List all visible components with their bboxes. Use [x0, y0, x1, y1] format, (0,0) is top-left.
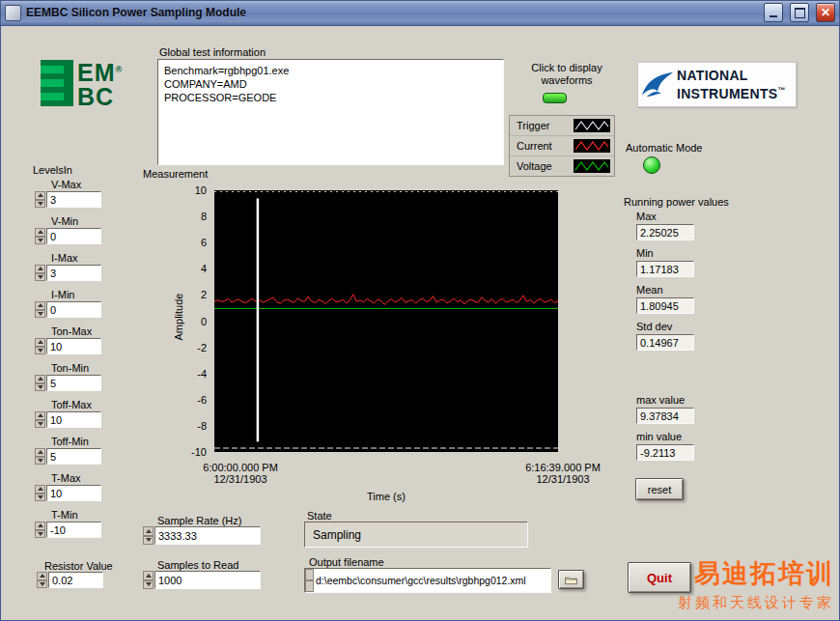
legend-waveform-sample[interactable]: [574, 119, 610, 132]
spinner-up-button[interactable]: [35, 448, 45, 457]
level-spinner[interactable]: [35, 375, 45, 391]
stat-label: Std dev: [636, 321, 694, 332]
spinner-up-button[interactable]: [35, 338, 45, 347]
spinner-up-button[interactable]: [143, 571, 154, 580]
samples-to-read-control: [143, 571, 261, 589]
level-spinner[interactable]: [35, 448, 45, 465]
level-spinner[interactable]: [35, 191, 45, 208]
level-spinner[interactable]: [35, 522, 45, 538]
stat-value: -9.2113: [636, 444, 694, 461]
spinner-down-button[interactable]: [35, 273, 45, 282]
level-input[interactable]: [46, 265, 101, 281]
level-input[interactable]: [46, 191, 101, 208]
level-control-toff-max: Toff-Max: [35, 399, 112, 428]
spinner-up-button[interactable]: [35, 265, 45, 273]
legend-item-trigger[interactable]: Trigger: [510, 116, 614, 136]
stat-value: 9.37834: [636, 408, 694, 424]
sample-rate-spinner[interactable]: [143, 526, 154, 545]
stat-std-dev: Std dev 0.14967: [624, 321, 694, 351]
level-control-v-max: V-Max: [35, 179, 112, 208]
browse-folder-button[interactable]: [558, 570, 584, 589]
resistor-value-input[interactable]: [48, 572, 103, 588]
level-input[interactable]: [46, 485, 101, 501]
spinner-up-button[interactable]: [37, 572, 47, 580]
level-label: Toff-Min: [51, 436, 112, 447]
level-control-ton-min: Ton-Min: [35, 362, 112, 391]
level-control-t-min: T-Min: [35, 509, 112, 538]
ni-logo-text: NATIONAL INSTRUMENTS™: [677, 69, 786, 101]
level-input[interactable]: [46, 338, 101, 354]
global-test-info-line: Benchmark=rgbhpg01.exe: [164, 64, 497, 77]
level-input[interactable]: [46, 375, 101, 391]
spinner-down-button[interactable]: [143, 580, 154, 590]
legend-item-voltage[interactable]: Voltage: [510, 156, 614, 176]
spinner-down-button[interactable]: [35, 383, 45, 392]
level-label: T-Max: [51, 472, 112, 484]
spinner-down-button[interactable]: [35, 457, 45, 466]
stat-max-value: max value 9.37834: [624, 394, 694, 424]
level-input[interactable]: [46, 301, 101, 318]
title-bar[interactable]: EEMBC Silicon Power Sampling Module ✕: [0, 0, 840, 26]
spinner-up-button[interactable]: [35, 522, 45, 530]
spinner-down-button[interactable]: [35, 347, 45, 355]
spinner-down-button[interactable]: [35, 530, 45, 539]
maximize-button[interactable]: [790, 3, 809, 22]
spinner-up-button[interactable]: [35, 301, 45, 310]
samples-to-read-spinner[interactable]: [143, 571, 154, 589]
level-spinner[interactable]: [35, 338, 45, 354]
close-icon: ✕: [821, 7, 830, 18]
y-tick-label: 4: [149, 263, 207, 274]
stat-label: max value: [636, 394, 694, 406]
spinner-down-button[interactable]: [35, 494, 45, 502]
level-spinner[interactable]: [35, 301, 45, 318]
sample-rate-control: [143, 526, 261, 545]
spinner-up-button[interactable]: [35, 375, 45, 383]
running-power-stats: Max 2.25025 Min 1.17183 Mean 1.80945 Std…: [624, 211, 694, 357]
eembc-logo-mark: [41, 60, 73, 106]
sample-rate-input[interactable]: [154, 526, 261, 545]
y-tick-label: -10: [149, 446, 207, 458]
spinner-up-button[interactable]: [35, 485, 45, 494]
national-instruments-logo: NATIONAL INSTRUMENTS™: [637, 62, 797, 107]
samples-to-read-input[interactable]: [154, 571, 261, 589]
level-label: Ton-Max: [51, 325, 112, 337]
spinner-up-button[interactable]: [35, 228, 45, 237]
spinner-down-button[interactable]: [35, 420, 45, 429]
level-spinner[interactable]: [35, 411, 45, 428]
stat-label: min value: [636, 431, 694, 442]
window-icon: [5, 5, 21, 21]
legend-waveform-sample[interactable]: [574, 139, 610, 153]
spinner-down-button[interactable]: [35, 310, 45, 319]
global-test-info-box[interactable]: Benchmark=rgbhpg01.exe COMPANY=AMD PROCE…: [157, 59, 504, 165]
text-scrollbar[interactable]: [305, 569, 314, 592]
minimize-button[interactable]: [764, 3, 783, 22]
sample-rate-label: Sample Rate (Hz): [157, 515, 241, 526]
level-input[interactable]: [46, 448, 101, 465]
output-filename-field[interactable]: d:\eembc\consumer\gcc\results\rgbhpg012.…: [304, 568, 551, 593]
waveform-display-led-button[interactable]: [543, 93, 567, 103]
quit-button[interactable]: Quit: [628, 562, 691, 593]
spinner-down-button[interactable]: [37, 580, 47, 589]
eembc-logo: EM® BC: [41, 56, 141, 112]
spinner-up-button[interactable]: [35, 411, 45, 420]
spinner-down-button[interactable]: [143, 536, 154, 546]
level-spinner[interactable]: [35, 228, 45, 244]
spinner-down-button[interactable]: [35, 237, 45, 245]
measurement-plot-area: [214, 190, 558, 452]
level-control-i-max: I-Max: [35, 252, 112, 281]
spinner-down-button[interactable]: [35, 200, 45, 209]
level-spinner[interactable]: [35, 485, 45, 501]
legend-waveform-sample[interactable]: [574, 159, 610, 173]
spinner-up-button[interactable]: [35, 191, 45, 200]
resistor-spinner[interactable]: [37, 572, 47, 588]
close-button[interactable]: ✕: [816, 3, 835, 22]
reset-button[interactable]: reset: [635, 478, 684, 500]
level-label: V-Min: [51, 215, 112, 227]
window-title: EEMBC Silicon Power Sampling Module: [26, 6, 757, 19]
spinner-up-button[interactable]: [143, 526, 154, 536]
level-input[interactable]: [46, 522, 101, 538]
level-spinner[interactable]: [35, 265, 45, 281]
level-input[interactable]: [46, 411, 101, 428]
legend-item-current[interactable]: Current: [510, 136, 614, 156]
level-input[interactable]: [46, 228, 101, 244]
